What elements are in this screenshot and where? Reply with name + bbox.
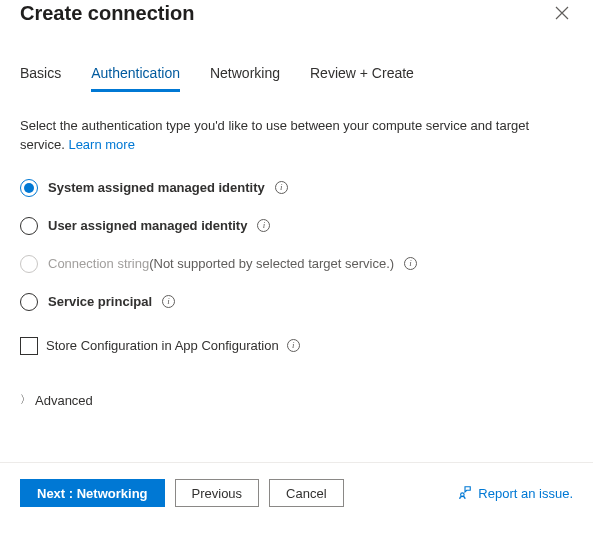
radio-icon: [20, 293, 38, 311]
tab-networking[interactable]: Networking: [210, 65, 280, 92]
tab-basics[interactable]: Basics: [20, 65, 61, 92]
advanced-toggle[interactable]: 〉 Advanced: [20, 393, 573, 408]
advanced-label: Advanced: [35, 393, 93, 408]
tab-bar: Basics Authentication Networking Review …: [20, 65, 573, 93]
auth-type-radio-group: System assigned managed identity i User …: [20, 179, 573, 311]
radio-system-assigned[interactable]: System assigned managed identity i: [20, 179, 573, 197]
checkbox-icon: [20, 337, 38, 355]
info-icon[interactable]: i: [275, 181, 288, 194]
store-config-checkbox-row[interactable]: Store Configuration in App Configuration…: [20, 337, 573, 355]
radio-user-assigned[interactable]: User assigned managed identity i: [20, 217, 573, 235]
learn-more-link[interactable]: Learn more: [68, 137, 134, 152]
radio-aux-text: (Not supported by selected target servic…: [149, 256, 394, 271]
tab-review-create[interactable]: Review + Create: [310, 65, 414, 92]
close-icon: [555, 7, 569, 23]
radio-connection-string: Connection string(Not supported by selec…: [20, 255, 573, 273]
page-title: Create connection: [20, 2, 194, 25]
info-icon[interactable]: i: [257, 219, 270, 232]
radio-label: Connection string(Not supported by selec…: [48, 256, 394, 271]
radio-label: System assigned managed identity: [48, 180, 265, 195]
info-icon[interactable]: i: [404, 257, 417, 270]
radio-icon: [20, 179, 38, 197]
radio-label: User assigned managed identity: [48, 218, 247, 233]
radio-label-text: Connection string: [48, 256, 149, 271]
next-button[interactable]: Next : Networking: [20, 479, 165, 507]
radio-icon: [20, 217, 38, 235]
store-config-label: Store Configuration in App Configuration: [46, 338, 279, 353]
description-text: Select the authentication type you'd lik…: [20, 117, 573, 155]
radio-label: Service principal: [48, 294, 152, 309]
radio-service-principal[interactable]: Service principal i: [20, 293, 573, 311]
footer-bar: Next : Networking Previous Cancel Report…: [0, 462, 593, 541]
previous-button[interactable]: Previous: [175, 479, 260, 507]
report-issue-link[interactable]: Report an issue.: [458, 485, 573, 502]
info-icon[interactable]: i: [162, 295, 175, 308]
person-feedback-icon: [458, 485, 472, 502]
radio-icon: [20, 255, 38, 273]
report-issue-label: Report an issue.: [478, 486, 573, 501]
info-icon[interactable]: i: [287, 339, 300, 352]
close-button[interactable]: [551, 2, 573, 27]
chevron-right-icon: 〉: [20, 392, 31, 407]
tab-authentication[interactable]: Authentication: [91, 65, 180, 92]
cancel-button[interactable]: Cancel: [269, 479, 343, 507]
